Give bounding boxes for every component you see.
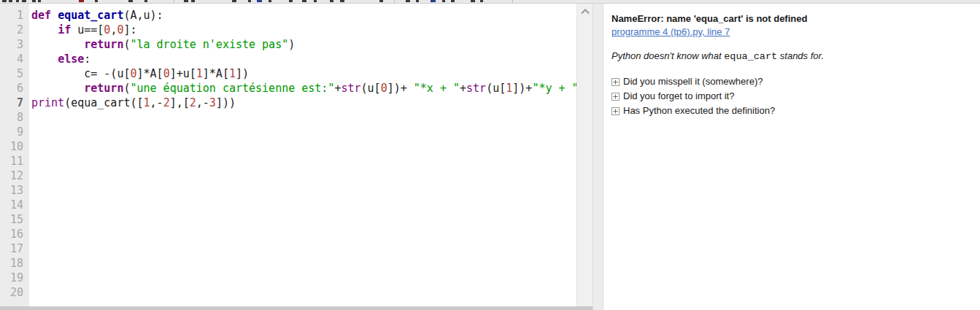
toolbar-icon-fragment — [95, 0, 98, 2]
code-token-builtin: str — [466, 82, 486, 95]
toolbar-icon-fragment — [144, 0, 147, 2]
suggestion-label: Has Python executed the definition? — [623, 104, 775, 118]
code-token-str: "une équation cartésienne est:" — [130, 82, 334, 95]
toolbar-icon-fragment — [128, 0, 133, 2]
toolbar-icon-fragment — [416, 0, 419, 2]
toolbar-separator — [512, 0, 513, 3]
code-token-plain: ) — [288, 38, 295, 51]
code-token-plain: : — [84, 53, 90, 66]
code-token-plain: ])+ — [512, 82, 532, 95]
line-number: 4 — [0, 52, 29, 66]
expand-plus-icon[interactable] — [611, 78, 620, 86]
toolbar-icon-fragment — [38, 0, 41, 2]
code-line[interactable]: c= -(u[0]*A[0]+u[1]*A[1]) — [31, 66, 576, 81]
code-token-plain: + — [460, 82, 466, 95]
line-number: 6 — [0, 81, 29, 96]
code-token-plain: ])+ — [387, 82, 414, 95]
line-number: 16 — [0, 227, 29, 241]
toolbar-icon-fragment — [2, 0, 7, 2]
code-token-num: 3 — [209, 96, 216, 109]
code-token-num: 1 — [196, 67, 203, 80]
code-token-kw: def — [31, 9, 58, 22]
code-token-str: "la droite n'existe pas" — [130, 38, 288, 51]
line-number: 1 — [0, 8, 29, 23]
toolbar-icon-fragment — [480, 0, 483, 2]
expand-plus-icon[interactable] — [611, 93, 620, 101]
code-token-def: equat_cart — [58, 9, 123, 22]
code-token-plain: u==[ — [77, 23, 104, 36]
toolbar-icon-fragment — [314, 0, 317, 2]
explanation-suffix: stands for. — [777, 50, 824, 61]
line-number: 10 — [0, 139, 29, 154]
code-token-num: 1 — [506, 82, 512, 95]
code-token-plain: ],[ — [170, 96, 190, 109]
line-number: 14 — [0, 198, 29, 212]
code-token-plain: (u[ — [361, 82, 381, 95]
code-line[interactable]: def equat_cart(A,u): — [31, 8, 576, 23]
suggestion-item[interactable]: Did you misspell it (somewhere)? — [611, 74, 973, 89]
toolbar-icon-fragment — [257, 0, 262, 2]
line-number: 12 — [0, 168, 29, 183]
code-token-plain — [31, 23, 58, 36]
code-token-num: 2 — [163, 96, 170, 109]
code-token-num: 2 — [190, 96, 196, 109]
toolbar-icon-fragment — [9, 0, 12, 2]
line-number: 8 — [0, 110, 29, 125]
expand-plus-icon[interactable] — [611, 107, 620, 115]
code-line[interactable]: else: — [31, 52, 576, 66]
thonny-window: 1234567891011121314151617181920 def equa… — [0, 0, 980, 310]
code-token-kw: else — [58, 53, 84, 66]
toolbar-icon-fragment — [451, 0, 455, 2]
scroll-up-button[interactable] — [577, 6, 593, 18]
explanation-code: equa_cart — [724, 51, 777, 62]
code-token-num: 0 — [381, 82, 387, 95]
code-line[interactable]: print(equa_cart([1,-2],[2,-3])) — [31, 96, 576, 110]
code-token-plain — [31, 38, 84, 51]
code-line[interactable]: return("la droite n'existe pas") — [31, 37, 576, 52]
line-number: 11 — [0, 154, 29, 168]
line-number: 20 — [0, 285, 29, 300]
main-split: 1234567891011121314151617181920 def equa… — [0, 4, 980, 310]
code-token-plain: ]) — [236, 67, 249, 80]
code-line[interactable]: if u==[0,0]: — [31, 23, 576, 37]
suggestion-label: Did you forget to import it? — [623, 89, 734, 104]
line-number: 9 — [0, 125, 29, 139]
code-token-num: 0 — [130, 67, 136, 80]
error-location-link[interactable]: programme 4 (tp6).py, line 7 — [611, 26, 730, 39]
code-line[interactable]: return("une équation cartésienne est:"+s… — [31, 81, 576, 96]
explanation-prefix: Python doesn't know what — [611, 50, 724, 61]
pane-splitter[interactable] — [593, 4, 603, 310]
editor-vertical-scrollbar[interactable] — [576, 4, 593, 310]
code-editor[interactable]: 1234567891011121314151617181920 def equa… — [0, 4, 593, 310]
code-token-builtin: print — [31, 96, 64, 109]
toolbar-icon-fragment — [431, 0, 436, 2]
code-token-str: "*y + " — [532, 82, 576, 95]
code-token-num: 1 — [144, 96, 150, 109]
assistant-panel: NameError: name 'equa_cart' is not defin… — [603, 4, 980, 310]
toolbar-icon-fragment — [16, 0, 19, 2]
code-token-kw: return — [84, 82, 123, 95]
code-area[interactable]: def equat_cart(A,u): if u==[0,0]: return… — [29, 4, 576, 306]
code-token-num: 0 — [163, 67, 170, 80]
code-token-plain: ,- — [150, 96, 163, 109]
line-number: 7 — [0, 96, 29, 110]
line-number: 3 — [0, 37, 29, 52]
toolbar-separator — [394, 0, 395, 3]
toolbar-icon-fragment — [302, 0, 306, 2]
toolbar-icon-fragment — [269, 0, 271, 2]
code-token-plain: ]: — [123, 23, 136, 36]
suggestion-list: Did you misspell it (somewhere)?Did you … — [611, 74, 973, 118]
code-token-num: 1 — [229, 67, 236, 80]
suggestion-item[interactable]: Has Python executed the definition? — [611, 104, 973, 118]
toolbar-icon-fragment — [79, 0, 84, 2]
code-token-plain — [31, 53, 58, 66]
toolbar-icon-fragment — [232, 0, 236, 2]
suggestion-item[interactable]: Did you forget to import it? — [611, 89, 973, 104]
line-number: 19 — [0, 271, 29, 285]
code-token-str: "*x + " — [414, 82, 460, 95]
code-token-plain: (u[ — [486, 82, 506, 95]
line-number: 18 — [0, 256, 29, 271]
line-number: 17 — [0, 241, 29, 256]
toolbar-icon-fragment — [330, 0, 333, 2]
editor-horizontal-scrollbar[interactable] — [0, 306, 593, 310]
